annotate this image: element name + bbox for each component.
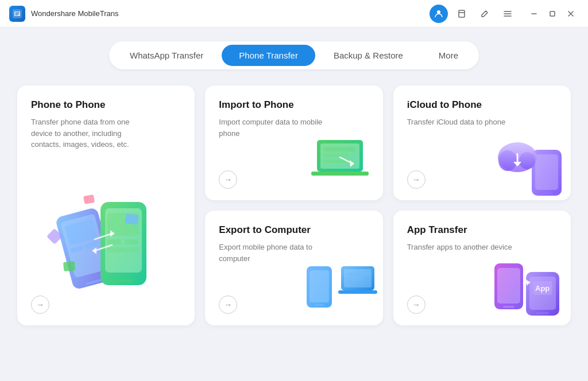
card-export-title: Export to Computer <box>219 224 369 236</box>
import-illustration <box>308 131 377 195</box>
svg-rect-32 <box>541 192 552 195</box>
card-phone-to-phone-arrow[interactable]: → <box>31 296 49 314</box>
window-controls <box>526 6 579 22</box>
profile-button[interactable] <box>430 5 448 23</box>
maximize-button[interactable] <box>544 6 560 22</box>
tab-phone[interactable]: Phone Transfer <box>222 45 315 66</box>
app-title: Wondershare MobileTrans <box>31 9 118 18</box>
tab-whatsapp[interactable]: WhatsApp Transfer <box>113 45 220 66</box>
svg-point-35 <box>519 152 535 169</box>
export-illustration <box>304 255 378 321</box>
card-phone-to-phone-desc: Transfer phone data from one device to a… <box>31 116 146 150</box>
edit-button[interactable] <box>475 5 494 23</box>
svg-text:App: App <box>535 284 550 293</box>
menu-button[interactable] <box>498 5 517 23</box>
svg-rect-15 <box>125 239 138 244</box>
svg-rect-26 <box>324 147 355 151</box>
tab-more[interactable]: More <box>421 45 475 66</box>
card-import-to-phone[interactable]: Import to Phone Import computer data to … <box>205 85 382 200</box>
title-bar: Wondershare MobileTrans <box>0 0 588 28</box>
svg-rect-53 <box>503 306 514 308</box>
cards-grid: Phone to Phone Transfer phone data from … <box>17 85 571 325</box>
bookmark-button[interactable] <box>452 5 471 23</box>
svg-rect-19 <box>63 261 75 271</box>
svg-rect-39 <box>315 304 324 306</box>
title-bar-right <box>430 5 579 23</box>
svg-rect-2 <box>459 10 465 17</box>
svg-point-1 <box>437 10 440 14</box>
card-icloud-title: iCloud to Phone <box>407 99 557 111</box>
card-phone-to-phone[interactable]: Phone to Phone Transfer phone data from … <box>17 85 195 325</box>
app-icon <box>9 6 25 22</box>
card-app-transfer[interactable]: App Transfer Transfer apps to another de… <box>393 211 571 325</box>
svg-rect-3 <box>550 11 555 16</box>
card-icloud-to-phone[interactable]: iCloud to Phone Transfer iCloud data to … <box>393 85 571 200</box>
card-phone-to-phone-title: Phone to Phone <box>31 99 181 111</box>
svg-rect-31 <box>535 154 558 190</box>
svg-rect-14 <box>107 239 121 244</box>
title-bar-left: Wondershare MobileTrans <box>9 6 118 22</box>
svg-rect-25 <box>311 172 369 176</box>
tab-backup[interactable]: Backup & Restore <box>316 45 420 66</box>
card-icloud-arrow[interactable]: → <box>407 170 425 189</box>
card-app-desc: Transfer apps to another device <box>407 242 522 253</box>
svg-rect-12 <box>114 279 133 282</box>
svg-rect-38 <box>310 270 329 302</box>
phone-to-phone-illustration <box>46 188 167 294</box>
svg-rect-17 <box>83 195 95 204</box>
card-export-to-computer[interactable]: Export to Computer Export mobile phone d… <box>205 211 382 325</box>
svg-rect-18 <box>125 213 138 225</box>
svg-rect-52 <box>497 268 520 304</box>
card-export-arrow[interactable]: → <box>219 296 237 314</box>
svg-rect-44 <box>347 273 368 275</box>
svg-point-34 <box>498 150 517 171</box>
svg-rect-16 <box>107 247 138 252</box>
main-content: WhatsApp Transfer Phone Transfer Backup … <box>0 28 588 381</box>
svg-rect-27 <box>324 154 348 157</box>
card-import-arrow[interactable]: → <box>219 170 237 189</box>
svg-rect-48 <box>536 312 549 314</box>
card-import-title: Import to Phone <box>219 99 369 111</box>
close-button[interactable] <box>563 6 579 22</box>
svg-rect-43 <box>338 290 377 294</box>
minimize-button[interactable] <box>526 6 542 22</box>
tab-bar: WhatsApp Transfer Phone Transfer Backup … <box>109 41 479 69</box>
app-transfer-illustration: App <box>492 255 566 321</box>
card-app-title: App Transfer <box>407 224 557 236</box>
icloud-illustration <box>497 133 566 196</box>
card-icloud-desc: Transfer iCloud data to phone <box>407 116 522 128</box>
svg-rect-45 <box>347 278 362 281</box>
card-app-arrow[interactable]: → <box>407 296 425 314</box>
